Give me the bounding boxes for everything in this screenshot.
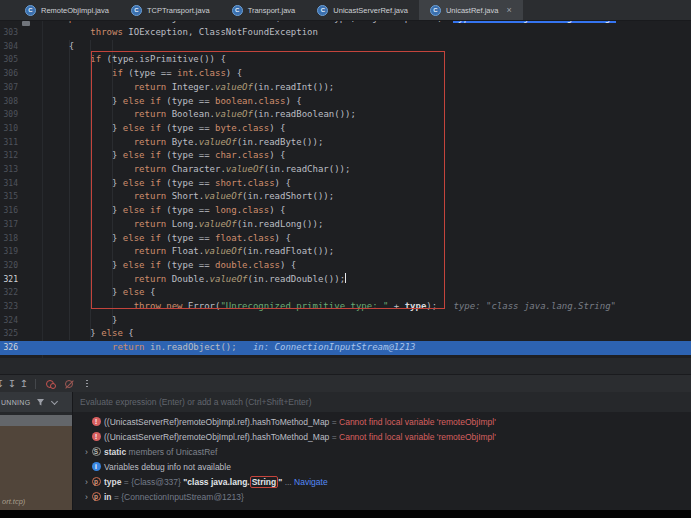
- code-token: Long.: [166, 219, 199, 229]
- code-line[interactable]: 310 } else if (type == byte.class) {: [0, 122, 691, 136]
- line-number[interactable]: 310: [0, 122, 18, 136]
- watch-row[interactable]: ›ptype = {Class@337} "class java.lang.St…: [73, 474, 691, 489]
- line-number[interactable]: 322: [0, 286, 18, 300]
- code-token: class: [242, 150, 269, 160]
- code-token: (type ==: [161, 205, 215, 215]
- arrow-up-from-line-icon[interactable]: ↥: [18, 379, 30, 389]
- code-line[interactable]: 315 return Short.valueOf(in.readShort())…: [0, 190, 691, 204]
- mute-breakpoints-icon[interactable]: [65, 380, 73, 388]
- chevron-down-icon[interactable]: [51, 397, 58, 404]
- code-line[interactable]: 316 } else if (type == long.class) {: [0, 204, 691, 218]
- watch-text-segment: Cannot find local variable 'remoteObjImp…: [339, 417, 496, 427]
- arrow-down-to-line-icon[interactable]: ↧: [6, 379, 18, 389]
- code-line[interactable]: 318 } else if (type == float.class) {: [0, 232, 691, 246]
- code-line[interactable]: 319 return Float.valueOf(in.readFloat())…: [0, 245, 691, 259]
- code-line[interactable]: 325 } else {: [0, 327, 691, 341]
- code-line[interactable]: 309 return Boolean.valueOf(in.readBoolea…: [0, 108, 691, 122]
- code-line[interactable]: 324 }: [0, 314, 691, 328]
- line-number[interactable]: 317: [0, 218, 18, 232]
- code-line[interactable]: 303 throws IOException, ClassNotFoundExc…: [0, 26, 691, 40]
- code-line[interactable]: 306 if (type == int.class) {: [0, 67, 691, 81]
- line-number[interactable]: 315: [0, 190, 18, 204]
- view-breakpoints-icon[interactable]: [46, 380, 54, 388]
- line-number[interactable]: 303: [0, 26, 18, 40]
- code-token: [47, 54, 90, 64]
- code-line[interactable]: 317 return Long.valueOf(in.readLong());: [0, 218, 691, 232]
- line-number[interactable]: 308: [0, 95, 18, 109]
- code-text: throws IOException, ClassNotFoundExcepti…: [47, 26, 318, 40]
- code-line[interactable]: 320 } else if (type == double.class) {: [0, 259, 691, 273]
- watch-row[interactable]: ›Sstatic members of UnicastRef: [73, 444, 691, 459]
- line-number[interactable]: 304: [0, 40, 18, 54]
- line-number[interactable]: 314: [0, 177, 18, 191]
- code-line[interactable]: 326 return in.readObject(); in: Connecti…: [0, 341, 691, 355]
- code-token: }: [47, 260, 123, 270]
- watch-row[interactable]: ›pin = {ConnectionInputStream@1213}: [73, 489, 691, 504]
- watch-row[interactable]: !((UnicastServerRef)remoteObjImpl.ref).h…: [73, 429, 691, 444]
- navigate-link[interactable]: Navigate: [294, 477, 328, 487]
- line-number[interactable]: 309: [0, 108, 18, 122]
- line-number[interactable]: 316: [0, 204, 18, 218]
- line-number[interactable]: 324: [0, 314, 18, 328]
- code-line[interactable]: 323 throw new Error("Unrecognized primit…: [0, 300, 691, 314]
- frames-pane[interactable]: ort.tcp): [0, 412, 73, 510]
- line-number[interactable]: 311: [0, 136, 18, 150]
- watch-text-segment: {ConnectionInputStream@1213}: [121, 492, 244, 502]
- gutter-bookmark-icon[interactable]: [22, 21, 30, 26]
- code-token: if: [150, 233, 161, 243]
- editor-tab[interactable]: CUnicastServerRef.java: [306, 0, 419, 20]
- code-text: } else if (type == float.class) {: [47, 232, 291, 246]
- code-line[interactable]: 313 return Character.valueOf(in.readChar…: [0, 163, 691, 177]
- code-token: valueOf: [215, 109, 253, 119]
- line-number[interactable]: 320: [0, 259, 18, 273]
- chevron-right-icon[interactable]: ›: [82, 447, 91, 457]
- watch-row[interactable]: !((UnicastServerRef)remoteObjImpl.ref).h…: [73, 414, 691, 429]
- line-number[interactable]: 318: [0, 232, 18, 246]
- code-line[interactable]: 308 } else if (type == boolean.class) {: [0, 95, 691, 109]
- watch-text-segment: String: [250, 476, 279, 488]
- code-line[interactable]: 321 return Double.valueOf(in.readDouble(…: [0, 273, 691, 287]
- line-number[interactable]: 321: [0, 273, 18, 287]
- code-token: Integer.: [166, 82, 215, 92]
- evaluate-expression-input[interactable]: [73, 397, 691, 407]
- code-token: [47, 82, 134, 92]
- code-line[interactable]: 312 } else if (type == char.class) {: [0, 149, 691, 163]
- editor-tab[interactable]: CRemoteObjImpl.java: [14, 0, 120, 20]
- code-token: ) {: [269, 150, 285, 160]
- variables-watches-pane[interactable]: !((UnicastServerRef)remoteObjImpl.ref).h…: [73, 412, 691, 510]
- line-number[interactable]: 319: [0, 245, 18, 259]
- line-number[interactable]: 323: [0, 300, 18, 314]
- line-number[interactable]: 313: [0, 163, 18, 177]
- library-frames-group[interactable]: ort.tcp): [0, 426, 72, 510]
- code-line[interactable]: 322 } else {: [0, 286, 691, 300]
- line-number[interactable]: 307: [0, 81, 18, 95]
- more-options-icon[interactable]: [86, 380, 88, 388]
- code-token: in: ConnectionInputStream@1213: [253, 342, 416, 352]
- close-tab-icon[interactable]: ×: [506, 6, 511, 15]
- thread-status-cell[interactable]: UNNING: [0, 392, 73, 412]
- code-line[interactable]: 307 return Integer.valueOf(in.readInt())…: [0, 81, 691, 95]
- editor-tab[interactable]: CTCPTransport.java: [120, 0, 221, 20]
- line-number[interactable]: 305: [0, 53, 18, 67]
- code-line[interactable]: 304 {: [0, 40, 691, 54]
- code-line[interactable]: 305 if (type.isPrimitive()) {: [0, 53, 691, 67]
- filter-funnel-icon[interactable]: [36, 398, 45, 407]
- editor-tab[interactable]: CUnicastRef.java×: [419, 0, 523, 20]
- line-number[interactable]: 306: [0, 67, 18, 81]
- code-text: return Byte.valueOf(in.readByte());: [47, 136, 323, 150]
- watch-text-segment: static: [104, 447, 126, 457]
- code-line[interactable]: 311 return Byte.valueOf(in.readByte());: [0, 136, 691, 150]
- editor-tab[interactable]: CTransport.java: [221, 0, 307, 20]
- watch-row[interactable]: iVariables debug info not available: [73, 459, 691, 474]
- code-editor[interactable]: 302 protected static Object unmarshalVal…: [0, 20, 691, 358]
- chevron-right-icon[interactable]: ›: [82, 477, 91, 487]
- line-number[interactable]: 325: [0, 327, 18, 341]
- code-token: else: [123, 233, 145, 243]
- line-number[interactable]: 326: [0, 341, 18, 355]
- code-token: type: [405, 301, 427, 311]
- chevron-right-icon[interactable]: ›: [82, 492, 91, 502]
- selected-frame-row[interactable]: [0, 415, 72, 426]
- code-text: return Float.valueOf(in.readFloat());: [47, 245, 334, 259]
- code-line[interactable]: 314 } else if (type == short.class) {: [0, 177, 691, 191]
- line-number[interactable]: 312: [0, 149, 18, 163]
